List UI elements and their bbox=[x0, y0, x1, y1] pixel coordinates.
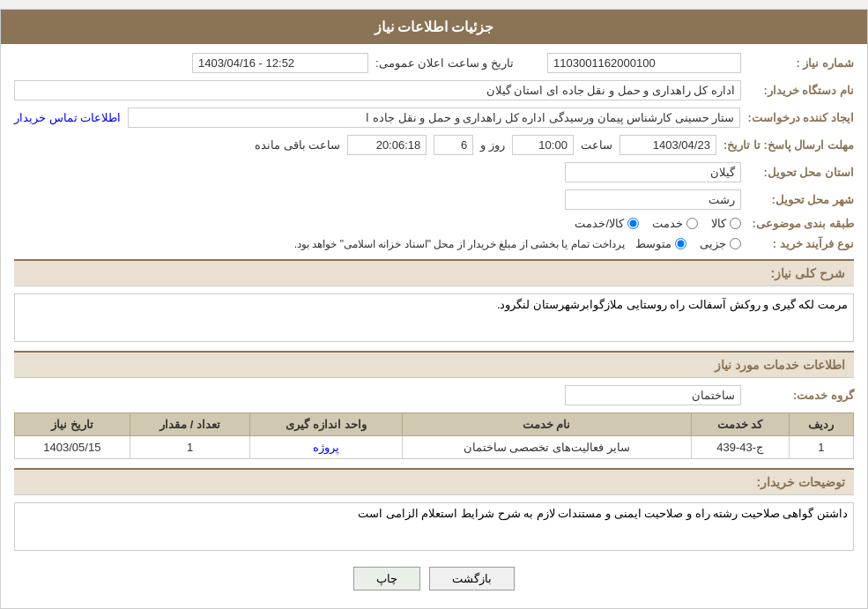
cell-code: ج-43-439 bbox=[691, 436, 789, 459]
row-category: طبقه بندی موضوعی: کالا خدمت کالا/خدمت bbox=[14, 217, 854, 230]
purchase-radio-jozi[interactable] bbox=[730, 238, 741, 249]
cell-date: 1403/05/15 bbox=[15, 436, 130, 459]
service-group-label: گروه خدمت: bbox=[748, 389, 854, 402]
date-value: 1403/04/23 bbox=[619, 135, 716, 155]
back-button[interactable]: بازگشت bbox=[429, 567, 515, 590]
creator-value: ستار حسینی کارشناس پیمان ورسیدگی اداره ک… bbox=[128, 108, 740, 128]
cell-unit: پروژه bbox=[250, 436, 402, 459]
row-service-group: گروه خدمت: ساختمان bbox=[14, 385, 854, 405]
buttons-row: بازگشت چاپ bbox=[14, 567, 854, 590]
purchase-motavasset[interactable]: متوسط bbox=[635, 237, 686, 250]
category-radio-kala[interactable] bbox=[730, 218, 741, 229]
cell-row: 1 bbox=[789, 436, 853, 459]
cell-count: 1 bbox=[130, 436, 250, 459]
col-header-count: تعداد / مقدار bbox=[130, 413, 250, 436]
print-button[interactable]: چاپ bbox=[353, 567, 420, 590]
description-wrapper: مرمت لکه گیری و روکش آسفالت راه روستایی … bbox=[14, 293, 854, 342]
category-radio-khedmat[interactable] bbox=[686, 218, 698, 229]
creator-link[interactable]: اطلاعات تماس خریدار bbox=[14, 111, 121, 124]
purchase-note: پرداخت تمام یا بخشی از مبلغ خریدار از مح… bbox=[294, 238, 625, 250]
purchase-jozi-label: جزیی bbox=[700, 237, 726, 250]
category-kala-khedmat[interactable]: کالا/خدمت bbox=[575, 217, 639, 230]
row-city: شهر محل تحویل: رشت bbox=[14, 189, 854, 210]
row-send-date: مهلت ارسال پاسخ: تا تاریخ: 1403/04/23 سا… bbox=[14, 135, 854, 155]
category-khedmat[interactable]: خدمت bbox=[652, 217, 698, 230]
description-textarea[interactable]: مرمت لکه گیری و روکش آسفالت راه روستایی … bbox=[14, 293, 854, 342]
col-header-unit: واحد اندازه گیری bbox=[250, 413, 402, 436]
creator-label: ایجاد کننده درخواست: bbox=[747, 111, 854, 124]
time-value: 10:00 bbox=[512, 135, 574, 155]
category-kala[interactable]: کالا bbox=[711, 217, 741, 230]
page-wrapper: جزئیات اطلاعات نیاز شماره نیاز : 1103001… bbox=[0, 9, 868, 609]
purchase-radio-motavasset[interactable] bbox=[675, 238, 686, 249]
row-purchase-type: نوع فرآیند خرید : جزیی متوسط پرداخت تمام… bbox=[14, 237, 854, 250]
row-description: شرح کلی نیاز: مرمت لکه گیری و روکش آسفال… bbox=[14, 259, 854, 342]
page-title: جزئیات اطلاعات نیاز bbox=[1, 10, 867, 44]
province-value: گیلان bbox=[565, 162, 741, 182]
col-header-code: کد خدمت bbox=[691, 413, 789, 436]
category-khedmat-label: خدمت bbox=[652, 217, 683, 230]
days-label: روز و bbox=[480, 138, 505, 152]
request-number-value: 1103001162000100 bbox=[547, 53, 741, 73]
days-value: 6 bbox=[434, 135, 473, 155]
row-province: استان محل تحویل: گیلان bbox=[14, 162, 854, 182]
category-label: طبقه بندی موضوعی: bbox=[748, 217, 854, 230]
org-value: اداره کل راهداری و حمل و نقل جاده ای است… bbox=[14, 80, 741, 100]
row-org: نام دستگاه خریدار: اداره کل راهداری و حم… bbox=[14, 80, 854, 100]
remaining-label: ساعت باقی مانده bbox=[255, 138, 340, 152]
category-radio-kala-khedmat[interactable] bbox=[627, 218, 639, 229]
send-date-label: مهلت ارسال پاسخ: تا تاریخ: bbox=[723, 138, 854, 152]
purchase-jozi[interactable]: جزیی bbox=[700, 237, 741, 250]
province-label: استان محل تحویل: bbox=[748, 166, 854, 179]
col-header-row: ردیف bbox=[789, 413, 853, 436]
org-label: نام دستگاه خریدار: bbox=[748, 84, 854, 97]
time-label: ساعت bbox=[581, 138, 612, 152]
category-kala-label: کالا bbox=[711, 217, 726, 230]
announce-date-label: تاریخ و ساعت اعلان عمومی: bbox=[375, 56, 514, 70]
city-label: شهر محل تحویل: bbox=[748, 193, 854, 206]
city-value: رشت bbox=[565, 189, 741, 210]
col-header-name: نام خدمت bbox=[402, 413, 691, 436]
col-header-date: تاریخ نیاز bbox=[15, 413, 130, 436]
purchase-motavasset-label: متوسط bbox=[635, 237, 671, 250]
row-buyer-notes: توضیحات خریدار: داشتن گواهی صلاحیت رشته … bbox=[14, 468, 854, 553]
service-group-value: ساختمان bbox=[565, 385, 741, 405]
row-creator: ایجاد کننده درخواست: ستار حسینی کارشناس … bbox=[14, 108, 854, 128]
purchase-type-label: نوع فرآیند خرید : bbox=[748, 237, 854, 250]
cell-name: سایر فعالیت‌های تخصصی ساختمان bbox=[402, 436, 691, 459]
category-radio-group: کالا خدمت کالا/خدمت bbox=[575, 217, 741, 230]
purchase-radio-group: جزیی متوسط bbox=[635, 237, 741, 250]
remaining-value: 20:06:18 bbox=[347, 135, 427, 155]
section-title-description: شرح کلی نیاز: bbox=[14, 259, 854, 286]
content-area: شماره نیاز : 1103001162000100 تاریخ و سا… bbox=[1, 44, 867, 608]
section-title-services: اطلاعات خدمات مورد نیاز bbox=[14, 351, 854, 378]
announce-date-value: 1403/04/16 - 12:52 bbox=[192, 53, 368, 73]
category-kala-khedmat-label: کالا/خدمت bbox=[575, 217, 624, 230]
buyer-notes-textarea[interactable]: داشتن گواهی صلاحیت رشته راه و صلاحیت ایم… bbox=[14, 502, 854, 551]
services-table: ردیف کد خدمت نام خدمت واحد اندازه گیری ت… bbox=[14, 412, 854, 459]
table-row: 1 ج-43-439 سایر فعالیت‌های تخصصی ساختمان… bbox=[15, 436, 854, 459]
request-number-label: شماره نیاز : bbox=[748, 56, 854, 70]
row-request-number: شماره نیاز : 1103001162000100 تاریخ و سا… bbox=[14, 53, 854, 73]
section-title-buyer-notes: توضیحات خریدار: bbox=[14, 468, 854, 495]
